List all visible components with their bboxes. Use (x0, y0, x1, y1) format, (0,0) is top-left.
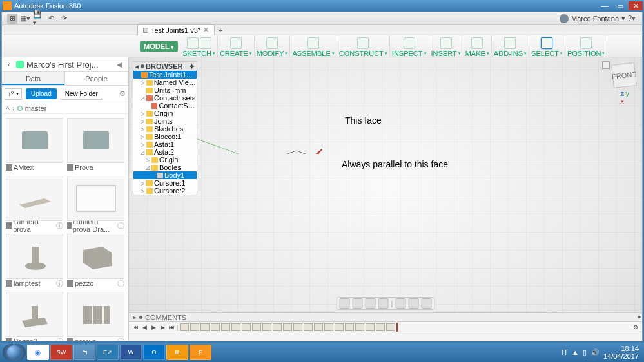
document-tab[interactable]: Test Joints1 v3* ✕ (137, 24, 215, 35)
close-icon[interactable]: ✕ (203, 26, 209, 34)
browser-item[interactable]: ▷Cursore:1 (133, 179, 197, 187)
viewports-icon[interactable] (421, 298, 431, 309)
browser-item[interactable]: ▷Asta:1 (133, 140, 197, 148)
timeline-end[interactable]: ⏭ (168, 323, 175, 331)
workspace-model[interactable]: MODEL ▾ (140, 41, 178, 52)
browser-item[interactable]: ▷Origin (133, 156, 197, 164)
thumb-prova[interactable]: Prova (67, 118, 124, 172)
timeline-feature[interactable] (200, 323, 210, 331)
comments-bar[interactable]: ▸ COMMENTS ✦ (129, 312, 642, 321)
breadcrumb[interactable]: △ › master (2, 102, 128, 114)
timeline-back[interactable]: ◀ (141, 323, 148, 331)
zoom-icon[interactable] (366, 298, 376, 309)
display-icon[interactable] (395, 298, 405, 309)
browser-item[interactable]: ◿Contact: sets (133, 94, 197, 102)
viewcube-home[interactable] (602, 61, 610, 69)
timeline-feature[interactable] (355, 323, 364, 331)
ribbon-insert[interactable]: INSERT▾ (429, 35, 463, 57)
ribbon-assemble[interactable]: ASSEMBLE▾ (290, 35, 337, 57)
browser-item[interactable]: ◿Bodies (133, 164, 197, 171)
timeline-feature[interactable] (262, 323, 271, 331)
taskbar-outlook[interactable]: O (143, 345, 165, 360)
help-button[interactable]: ?▾ (627, 14, 637, 24)
taskbar-app[interactable]: 🗎 (166, 345, 188, 360)
timeline-play[interactable]: ▶ (150, 323, 157, 331)
ribbon-position[interactable]: POSITION▾ (565, 35, 608, 57)
window-minimize[interactable]: — (598, 1, 612, 10)
thumb-lamptest[interactable]: lamptestⓘ (6, 234, 63, 288)
timeline-fwd[interactable]: ▶ (159, 323, 166, 331)
ribbon-select[interactable]: SELECT▾ (529, 35, 565, 57)
timeline-feature[interactable] (283, 323, 292, 331)
thumb-lamiera[interactable]: Lamiera provaⓘ (6, 176, 63, 230)
thumb-pezzo2[interactable]: Pezzo2ⓘ (6, 292, 63, 341)
browser-item[interactable]: ▷Cursore:2 (133, 187, 197, 195)
timeline-feature[interactable] (211, 323, 220, 331)
back-icon[interactable]: ‹ (5, 60, 14, 69)
ribbon-make[interactable]: MAKE▾ (463, 35, 492, 57)
browser-item[interactable]: ▷Joints (133, 117, 197, 125)
timeline-feature[interactable] (314, 323, 323, 331)
timeline-feature[interactable] (190, 323, 199, 331)
upload-button[interactable]: Upload (26, 88, 57, 99)
ribbon-sketch[interactable]: SKETCH▾ (181, 35, 218, 57)
timeline-feature[interactable] (386, 323, 395, 331)
new-folder-button[interactable]: New Folder (61, 88, 102, 100)
start-button[interactable] (3, 344, 26, 361)
orbit-icon[interactable] (340, 298, 350, 309)
hide-panel-icon[interactable]: ◀ (117, 61, 126, 69)
timeline-settings[interactable]: ⚙ (632, 323, 639, 331)
system-tray[interactable]: IT ▲ ▯ 🔊 18:14 14/04/2017 (561, 345, 641, 360)
sort-select[interactable]: ↕⁰ ▾ (5, 88, 22, 100)
timeline-feature[interactable] (304, 323, 313, 331)
file-menu[interactable]: ▦▾ (20, 14, 30, 24)
timeline-feature[interactable] (293, 323, 302, 331)
undo-button[interactable]: ↶ (46, 14, 56, 24)
window-close[interactable]: ✕ (629, 1, 643, 10)
thumb-lamiera-dra[interactable]: Lamiera prova Dra...ⓘ (67, 176, 124, 230)
ribbon-modify[interactable]: MODIFY▾ (255, 35, 291, 57)
taskbar-solidworks[interactable]: SW (50, 345, 72, 360)
taskbar-explorer[interactable]: 🗀 (73, 345, 95, 360)
browser-item[interactable]: ContactSet1 (133, 102, 197, 110)
timeline-feature[interactable] (252, 323, 261, 331)
browser-item[interactable]: ◿Asta:2 (133, 148, 197, 156)
thumb-porova[interactable]: porovaⓘ (67, 292, 124, 341)
tray-lang[interactable]: IT (561, 348, 568, 356)
timeline-feature[interactable] (376, 323, 385, 331)
timeline-marker[interactable] (396, 323, 398, 332)
timeline-feature[interactable] (221, 323, 230, 331)
taskbar-es[interactable]: E↗ (97, 345, 119, 360)
fit-icon[interactable] (378, 298, 389, 309)
browser-item[interactable]: ▷Blocco:1 (133, 133, 197, 140)
redo-button[interactable]: ↷ (59, 14, 69, 24)
ribbon-addins[interactable]: ADD-INS▾ (492, 35, 529, 57)
taskbar-word[interactable]: W (120, 345, 142, 360)
thumb-amtex[interactable]: AMtex (6, 118, 63, 172)
browser-header[interactable]: ◂BROWSER✦ (133, 62, 197, 71)
thumb-pezzo[interactable]: pezzoⓘ (67, 234, 124, 288)
browser-item[interactable]: Units: mm (133, 86, 197, 94)
window-maximize[interactable]: ▭ (613, 1, 627, 10)
ribbon-construct[interactable]: CONSTRUCT▾ (337, 35, 390, 57)
save-button[interactable]: 💾▾ (33, 14, 43, 24)
user-menu[interactable]: Marco Fontana ▾ (560, 14, 625, 23)
timeline-feature[interactable] (242, 323, 251, 331)
browser-item-selected[interactable]: Body1 (133, 171, 197, 179)
timeline-feature[interactable] (335, 323, 344, 331)
browser-root[interactable]: ◿Test Joints1... (133, 71, 197, 79)
tray-clock[interactable]: 18:14 14/04/2017 (603, 345, 639, 360)
tab-data[interactable]: Data (2, 72, 65, 85)
tab-people[interactable]: People (65, 72, 128, 85)
new-document[interactable]: + (216, 26, 225, 35)
browser-item[interactable]: ▷Sketches (133, 125, 197, 133)
timeline-feature[interactable] (366, 323, 375, 331)
timeline-feature[interactable] (324, 323, 333, 331)
data-panel-toggle[interactable]: ⊞ (7, 14, 17, 24)
ribbon-inspect[interactable]: INSPECT▾ (390, 35, 429, 57)
pan-icon[interactable] (353, 298, 363, 309)
gear-icon[interactable]: ⚙ (119, 90, 126, 98)
browser-item[interactable]: ▷Origin (133, 110, 197, 117)
taskbar-fusion[interactable]: F (190, 345, 211, 360)
timeline-feature[interactable] (180, 323, 189, 331)
